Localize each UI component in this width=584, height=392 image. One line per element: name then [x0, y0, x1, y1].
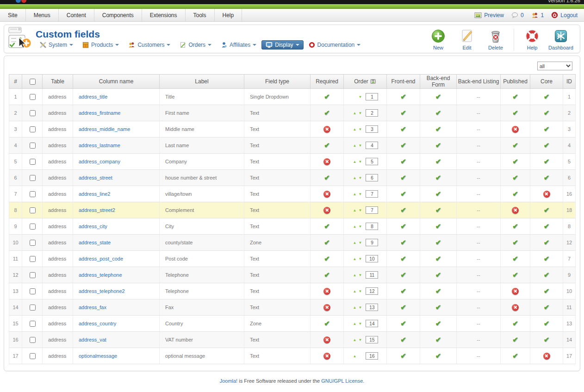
column-name-link[interactable]: address_vat [79, 337, 106, 342]
order-down-icon[interactable]: ▼ [359, 127, 362, 131]
check-icon[interactable]: ✔ [400, 303, 406, 311]
order-input[interactable] [366, 239, 378, 246]
menu-customers[interactable]: Customers [124, 40, 174, 50]
row-checkbox[interactable] [30, 224, 36, 230]
order-up-icon[interactable]: ▲ [353, 241, 357, 245]
cross-icon[interactable] [512, 304, 519, 311]
check-icon[interactable]: ✔ [435, 157, 441, 166]
menubar-item-tools[interactable]: Tools [186, 9, 215, 21]
check-icon[interactable]: ✔ [400, 238, 406, 247]
check-icon[interactable]: ✔ [544, 336, 550, 344]
header-field-type[interactable]: Field type [244, 75, 311, 89]
column-name-link[interactable]: address_country [79, 321, 116, 326]
order-up-icon[interactable]: ▲ [353, 257, 357, 261]
cross-icon[interactable] [323, 191, 330, 198]
row-checkbox[interactable] [30, 288, 36, 294]
column-name-link[interactable]: address_company [79, 159, 120, 164]
order-input[interactable] [366, 287, 378, 295]
order-down-icon[interactable]: ▼ [359, 160, 362, 164]
menubar-item-help[interactable]: Help [215, 9, 242, 21]
logged-in-users-indicator[interactable]: 1 [531, 12, 544, 19]
row-checkbox[interactable] [30, 353, 36, 359]
order-input[interactable] [366, 223, 378, 230]
order-up-icon[interactable]: ▲ [353, 208, 357, 212]
check-icon[interactable]: ✔ [544, 222, 550, 230]
check-icon[interactable]: ✔ [544, 125, 550, 133]
check-icon[interactable]: ✔ [544, 303, 550, 311]
new-button[interactable]: New [424, 27, 453, 50]
order-input[interactable] [366, 206, 378, 214]
header-order[interactable]: Order [344, 75, 387, 89]
check-icon[interactable]: ✔ [400, 287, 406, 295]
check-icon[interactable]: ✔ [435, 141, 441, 149]
check-icon[interactable]: ✔ [512, 93, 518, 101]
check-icon[interactable]: ✔ [435, 190, 441, 198]
order-down-icon[interactable]: ▼ [359, 192, 362, 196]
check-icon[interactable]: ✔ [400, 190, 406, 198]
row-checkbox[interactable] [30, 94, 36, 100]
check-icon[interactable]: ✔ [324, 222, 330, 230]
check-icon[interactable]: ✔ [400, 157, 406, 166]
logout-link[interactable]: Logout [551, 12, 578, 19]
order-input[interactable] [366, 352, 378, 360]
edit-button[interactable]: Edit [453, 27, 481, 50]
check-icon[interactable]: ✔ [512, 255, 518, 263]
cross-icon[interactable] [543, 353, 550, 360]
check-icon[interactable]: ✔ [400, 125, 406, 133]
check-icon[interactable]: ✔ [544, 174, 550, 182]
column-name-link[interactable]: address_firstname [79, 110, 121, 116]
header-table[interactable]: Table [43, 75, 73, 89]
row-checkbox[interactable] [30, 337, 36, 343]
column-name-link[interactable]: address_fax [79, 305, 106, 310]
check-icon[interactable]: ✔ [512, 222, 518, 230]
order-up-icon[interactable]: ▲ [353, 111, 357, 115]
column-name-link[interactable]: address_lastname [79, 143, 120, 148]
order-down-icon[interactable]: ▼ [359, 305, 362, 310]
check-icon[interactable]: ✔ [324, 271, 330, 279]
menubar-item-site[interactable]: Site [0, 9, 26, 21]
cross-icon[interactable] [323, 336, 330, 343]
cross-icon[interactable] [323, 158, 330, 165]
order-input[interactable] [366, 125, 378, 133]
save-order-icon[interactable] [370, 78, 376, 84]
cross-icon[interactable] [512, 288, 519, 295]
row-checkbox[interactable] [30, 143, 36, 149]
row-checkbox[interactable] [30, 126, 36, 132]
check-icon[interactable]: ✔ [512, 352, 518, 360]
row-checkbox[interactable] [30, 110, 36, 116]
check-icon[interactable]: ✔ [512, 141, 518, 149]
delete-button[interactable]: Delete [481, 27, 510, 50]
row-checkbox[interactable] [30, 207, 36, 213]
order-input[interactable] [366, 142, 378, 149]
check-icon[interactable]: ✔ [400, 109, 406, 117]
order-up-icon[interactable]: ▲ [353, 322, 357, 326]
order-down-icon[interactable]: ▼ [359, 224, 362, 229]
check-icon[interactable]: ✔ [544, 93, 550, 101]
order-down-icon[interactable]: ▼ [359, 241, 362, 245]
check-icon[interactable]: ✔ [324, 93, 330, 101]
order-down-icon[interactable]: ▼ [359, 289, 362, 293]
order-down-icon[interactable]: ▼ [359, 143, 362, 148]
check-icon[interactable]: ✔ [435, 109, 441, 117]
check-icon[interactable]: ✔ [435, 319, 441, 328]
order-input[interactable] [366, 255, 378, 262]
filter-select[interactable]: all [537, 62, 572, 70]
check-icon[interactable]: ✔ [400, 271, 406, 279]
check-icon[interactable]: ✔ [435, 238, 441, 247]
check-icon[interactable]: ✔ [400, 336, 406, 344]
check-icon[interactable]: ✔ [435, 271, 441, 279]
messages-indicator[interactable]: 0 [511, 12, 524, 19]
row-checkbox[interactable] [30, 175, 36, 181]
check-icon[interactable]: ✔ [435, 336, 441, 344]
cross-icon[interactable] [512, 126, 519, 133]
check-icon[interactable]: ✔ [400, 319, 406, 328]
check-icon[interactable]: ✔ [544, 319, 550, 328]
check-icon[interactable]: ✔ [544, 141, 550, 149]
order-down-icon[interactable]: ▼ [359, 95, 362, 99]
row-checkbox[interactable] [30, 321, 36, 327]
preview-link[interactable]: Preview [474, 12, 504, 19]
check-icon[interactable]: ✔ [512, 271, 518, 279]
header-front-end[interactable]: Front-end [387, 75, 420, 89]
order-up-icon[interactable]: ▲ [353, 305, 357, 310]
header-column-name[interactable]: Column name [73, 75, 160, 89]
